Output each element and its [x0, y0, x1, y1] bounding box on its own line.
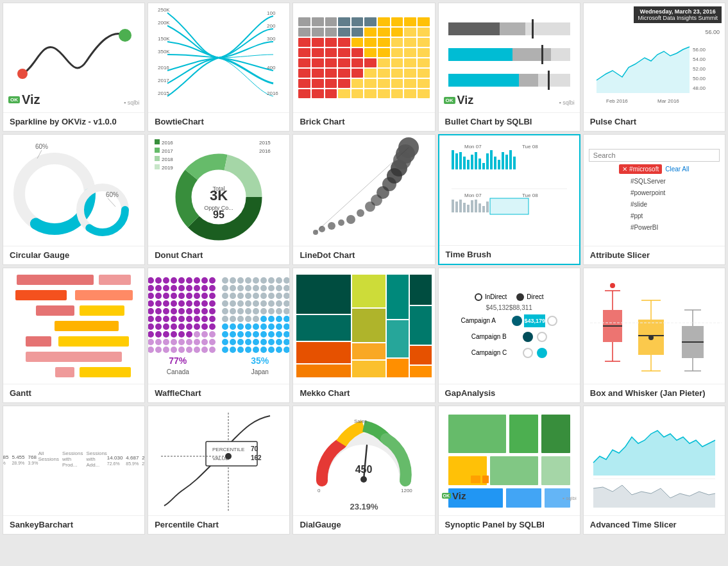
svg-text:100: 100 — [267, 10, 276, 16]
svg-text:150K: 150K — [158, 36, 170, 42]
gap-indirect-label: InDirect — [485, 293, 507, 300]
svg-point-144 — [225, 453, 232, 459]
card-sparkline[interactable]: OK Viz ▪ sqlbi Sparkline by OKViz - v1.0… — [3, 3, 145, 132]
svg-text:1200: 1200 — [401, 488, 412, 493]
svg-text:54.00: 54.00 — [693, 56, 706, 62]
circular-label: Circular Gauge — [3, 246, 144, 264]
card-gap[interactable]: InDirect Direct $45,132 $88,311 Campaign… — [438, 268, 580, 403]
percentile-label: Percentile Chart — [148, 515, 289, 534]
svg-text:95: 95 — [213, 209, 224, 220]
card-synoptic[interactable]: OK Viz ▪ sqlbi Synoptic Panel by SQLBI — [438, 406, 580, 535]
svg-text:60%: 60% — [106, 191, 119, 198]
svg-rect-77 — [455, 153, 458, 169]
waffle-label: WaffleChart — [148, 384, 289, 402]
gap-label: GapAnalysis — [439, 384, 580, 402]
dial-pct: 23.19% — [350, 502, 378, 511]
attribute-visual: ✕ #microsoft Clear All #SQLServer #power… — [584, 135, 725, 246]
bullet-label: Bullet Chart by SQLBI — [439, 112, 580, 131]
svg-rect-97 — [455, 202, 458, 212]
card-attribute[interactable]: ✕ #microsoft Clear All #SQLServer #power… — [583, 134, 725, 265]
svg-rect-89 — [502, 152, 504, 169]
slicer-search-input[interactable] — [589, 149, 720, 162]
card-gantt[interactable]: Gantt — [3, 268, 145, 403]
svg-rect-103 — [478, 203, 481, 212]
circular-visual: 60% 60% — [3, 135, 144, 246]
sparkline-visual: OK Viz ▪ sqlbi — [3, 3, 144, 112]
svg-text:2016: 2016 — [158, 65, 169, 71]
mekko-visual — [293, 268, 434, 384]
svg-text:Mon 07: Mon 07 — [464, 193, 482, 198]
card-bowtie[interactable]: 250K 200K 150K 350K 2016 2017 2015 100 2… — [148, 3, 290, 132]
svg-rect-43 — [155, 148, 160, 153]
gap-direct-label: Direct — [527, 293, 543, 300]
svg-rect-104 — [482, 206, 485, 212]
svg-rect-85 — [486, 153, 489, 169]
svg-rect-79 — [463, 157, 466, 169]
svg-text:2016: 2016 — [162, 140, 173, 146]
svg-text:52.00: 52.00 — [693, 66, 706, 72]
svg-text:2017: 2017 — [158, 78, 169, 83]
card-sankey[interactable]: 19.485 50.0% 5.455 28.9% 768 3.9% All Se… — [3, 406, 145, 535]
pulse-label: Pulse Chart — [584, 112, 725, 131]
svg-rect-25 — [548, 71, 550, 90]
svg-rect-99 — [463, 203, 466, 212]
svg-text:200K: 200K — [158, 20, 170, 26]
svg-rect-20 — [448, 48, 512, 61]
svg-rect-17 — [532, 19, 534, 39]
sankey-label: SankeyBarchart — [3, 515, 144, 534]
svg-rect-138 — [206, 442, 257, 466]
svg-text:250K: 250K — [158, 7, 170, 13]
linedot-label: LineDot Chart — [293, 246, 434, 264]
svg-point-1 — [119, 29, 131, 42]
card-circular[interactable]: 60% 60% Circular Gauge — [3, 134, 145, 265]
svg-rect-41 — [155, 139, 160, 144]
card-mekko[interactable]: Mekko Chart — [292, 268, 435, 403]
svg-rect-98 — [459, 200, 462, 212]
svg-text:2019: 2019 — [162, 165, 173, 171]
svg-rect-47 — [155, 164, 160, 169]
card-waffle[interactable]: 77% Canada — [148, 268, 290, 403]
card-advanced[interactable]: Advanced Time Slicer — [583, 406, 725, 535]
gap-left-val: $45,132 — [486, 304, 509, 311]
svg-rect-96 — [452, 200, 454, 212]
svg-rect-152 — [509, 415, 538, 453]
timebrush-visual: Mon 07 Tue 08 — [439, 135, 579, 245]
card-donut[interactable]: 2016 2017 2018 2019 2015 2016 Total 3K O… — [148, 134, 290, 265]
svg-text:300: 300 — [267, 36, 276, 42]
svg-text:2015: 2015 — [158, 90, 169, 96]
svg-rect-101 — [471, 200, 473, 212]
pulse-date: Wednesday, March 23, 2016 — [638, 8, 718, 15]
slicer-clear[interactable]: Clear All — [665, 166, 689, 173]
card-pulse[interactable]: Wednesday, March 23, 2016 Microsoft Data… — [583, 3, 725, 132]
attribute-label: Attribute Slicer — [584, 246, 725, 264]
card-dial[interactable]: 0 1200 Sales 450 23.19% DialGauge — [292, 406, 435, 535]
svg-rect-161 — [482, 476, 489, 483]
svg-text:2017: 2017 — [162, 148, 173, 154]
svg-point-63 — [346, 215, 355, 224]
card-timebrush[interactable]: Mon 07 Tue 08 — [438, 134, 580, 265]
card-boxwhisker[interactable]: Box and Whisker (Jan Pieter) — [583, 268, 725, 403]
gantt-label: Gantt — [3, 384, 144, 402]
svg-text:Sales: Sales — [354, 418, 367, 424]
svg-rect-151 — [448, 415, 506, 453]
svg-point-62 — [338, 219, 344, 226]
synoptic-label: Synoptic Panel by SQLBI — [439, 515, 580, 534]
card-bullet[interactable]: OK Viz ▪ sqlbi Bullet Chart by SQLBI — [438, 3, 580, 132]
brick-visual — [293, 3, 434, 112]
dial-label: DialGauge — [293, 515, 434, 534]
svg-rect-155 — [490, 456, 538, 485]
gap-campaign-c: Campaign C — [471, 349, 520, 356]
svg-point-113 — [610, 283, 615, 288]
svg-rect-80 — [467, 160, 470, 169]
svg-rect-82 — [475, 152, 477, 169]
gap-campaign-a: Campaign A — [461, 317, 509, 324]
svg-text:2016: 2016 — [267, 90, 278, 96]
svg-text:0: 0 — [317, 488, 321, 493]
svg-rect-21 — [541, 45, 543, 64]
card-percentile[interactable]: PERCENTILE 70 VALUE 162 Percentile Chart — [148, 406, 290, 535]
card-brick[interactable]: Brick Chart — [292, 3, 435, 132]
card-linedot[interactable]: LineDot Chart — [292, 134, 435, 265]
svg-text:200: 200 — [267, 23, 276, 29]
svg-rect-88 — [498, 160, 500, 169]
svg-text:2015: 2015 — [259, 140, 271, 146]
